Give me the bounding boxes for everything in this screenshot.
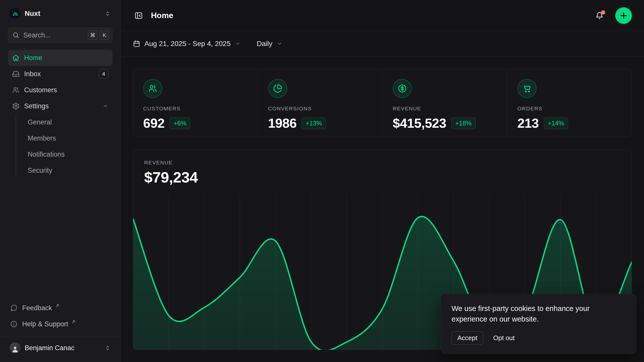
sidebar-item-label: Home bbox=[24, 54, 42, 62]
inbox-count-badge: 4 bbox=[99, 69, 108, 79]
inbox-icon bbox=[12, 70, 20, 78]
chevron-down-icon bbox=[235, 41, 241, 47]
users-icon bbox=[148, 84, 157, 93]
chevron-up-down-icon bbox=[104, 345, 111, 351]
avatar bbox=[10, 342, 21, 353]
pie-chart-icon bbox=[273, 84, 282, 93]
chevron-down-icon bbox=[276, 41, 283, 47]
panel-collapse-icon bbox=[134, 11, 143, 20]
add-button[interactable] bbox=[615, 7, 632, 24]
sidebar-item-notifications[interactable]: Notifications bbox=[16, 146, 112, 162]
kbd-k: K bbox=[100, 30, 109, 40]
users-icon bbox=[12, 86, 20, 94]
granularity-value: Daily bbox=[257, 40, 272, 48]
team-name: Nuxt bbox=[25, 10, 100, 18]
cookie-message: We use first-party cookies to enhance yo… bbox=[452, 303, 608, 324]
sidebar-item-inbox[interactable]: Inbox 4 bbox=[8, 66, 112, 82]
revenue-chart-label: REVENUE bbox=[144, 160, 621, 166]
stat-value: $415,523 bbox=[393, 116, 446, 131]
stat-revenue[interactable]: REVENUE $415,523 +18% bbox=[382, 69, 507, 137]
sidebar-item-customers[interactable]: Customers bbox=[8, 82, 112, 98]
cookie-accept-button[interactable]: Accept bbox=[452, 331, 483, 345]
revenue-chart-value: $79,234 bbox=[144, 169, 621, 186]
stat-delta-badge: +13% bbox=[302, 117, 326, 129]
stat-delta-badge: +18% bbox=[451, 117, 476, 129]
cookie-optout-button[interactable]: Opt out bbox=[493, 334, 515, 342]
sidebar-item-label: Inbox bbox=[24, 70, 41, 78]
stat-label: CONVERSIONS bbox=[268, 106, 373, 112]
team-switcher[interactable]: Nuxt bbox=[8, 6, 112, 21]
calendar-icon bbox=[133, 40, 140, 48]
feedback-label: Feedback bbox=[22, 304, 52, 312]
stat-delta-badge: +14% bbox=[544, 117, 568, 129]
sidebar-item-label: Customers bbox=[24, 86, 57, 94]
sidebar-divider bbox=[0, 337, 120, 337]
stat-label: REVENUE bbox=[393, 106, 497, 112]
sidebar-item-label: Settings bbox=[24, 102, 49, 110]
chevron-up-down-icon bbox=[104, 10, 111, 17]
notification-unread-dot bbox=[601, 10, 605, 15]
sidebar-item-members[interactable]: Members bbox=[16, 130, 112, 146]
info-icon bbox=[10, 320, 18, 328]
sidebar-nav: Home Inbox 4 Customers Settings bbox=[8, 50, 112, 178]
user-menu[interactable]: Benjamin Canac bbox=[8, 340, 112, 355]
sidebar: Nuxt Search... ⌘ K Home Inbox 4 bbox=[0, 0, 121, 362]
stat-label: ORDERS bbox=[517, 106, 622, 112]
plus-icon bbox=[619, 11, 628, 20]
dollar-circle-icon bbox=[398, 84, 407, 93]
date-range-picker[interactable]: Aug 21, 2025 - Sep 4, 2025 bbox=[133, 40, 241, 48]
sidebar-item-security[interactable]: Security bbox=[16, 162, 112, 178]
stat-delta-badge: +6% bbox=[170, 117, 190, 129]
search-icon bbox=[12, 32, 19, 39]
page-header: Home bbox=[121, 0, 644, 31]
chat-bubble-icon bbox=[10, 304, 18, 312]
search-placeholder: Search... bbox=[23, 31, 84, 39]
search-input[interactable]: Search... ⌘ K bbox=[8, 28, 112, 43]
date-range-value: Aug 21, 2025 - Sep 4, 2025 bbox=[144, 40, 231, 48]
help-support-link[interactable]: Help & Support bbox=[8, 316, 112, 332]
stats-card: CUSTOMERS 692 +6% CONVERSIONS 1986 +13% bbox=[133, 69, 632, 137]
sidebar-collapse-button[interactable] bbox=[133, 10, 144, 21]
cookie-banner: We use first-party cookies to enhance yo… bbox=[441, 294, 636, 354]
sidebar-item-general[interactable]: General bbox=[16, 114, 112, 130]
feedback-link[interactable]: Feedback bbox=[8, 300, 112, 316]
stat-label: CUSTOMERS bbox=[143, 106, 248, 112]
stat-value: 213 bbox=[517, 116, 539, 131]
stat-value: 1986 bbox=[268, 116, 297, 131]
page-title: Home bbox=[151, 11, 173, 20]
granularity-select[interactable]: Daily bbox=[257, 40, 283, 48]
search-shortcut: ⌘ K bbox=[88, 30, 109, 40]
chevron-up-icon bbox=[102, 103, 108, 109]
notifications-button[interactable] bbox=[594, 10, 605, 21]
sidebar-footer-links: Feedback Help & Support bbox=[8, 300, 112, 332]
filters-toolbar: Aug 21, 2025 - Sep 4, 2025 Daily bbox=[121, 31, 644, 57]
gear-icon bbox=[12, 102, 20, 110]
settings-subtree: General Members Notifications Security bbox=[8, 114, 112, 178]
stat-customers[interactable]: CUSTOMERS 692 +6% bbox=[133, 69, 258, 137]
sidebar-item-settings[interactable]: Settings bbox=[8, 98, 112, 114]
home-icon bbox=[12, 54, 20, 62]
nuxt-logo-icon bbox=[10, 8, 21, 19]
external-link-icon bbox=[71, 320, 76, 324]
external-link-icon bbox=[55, 303, 60, 308]
stat-conversions[interactable]: CONVERSIONS 1986 +13% bbox=[258, 69, 383, 137]
kbd-cmd: ⌘ bbox=[88, 30, 98, 40]
cart-icon bbox=[522, 84, 532, 93]
help-support-label: Help & Support bbox=[22, 320, 68, 328]
sidebar-item-home[interactable]: Home bbox=[8, 50, 112, 66]
user-name: Benjamin Canac bbox=[25, 344, 100, 352]
stat-orders[interactable]: ORDERS 213 +14% bbox=[507, 69, 632, 137]
stat-value: 692 bbox=[143, 116, 165, 131]
